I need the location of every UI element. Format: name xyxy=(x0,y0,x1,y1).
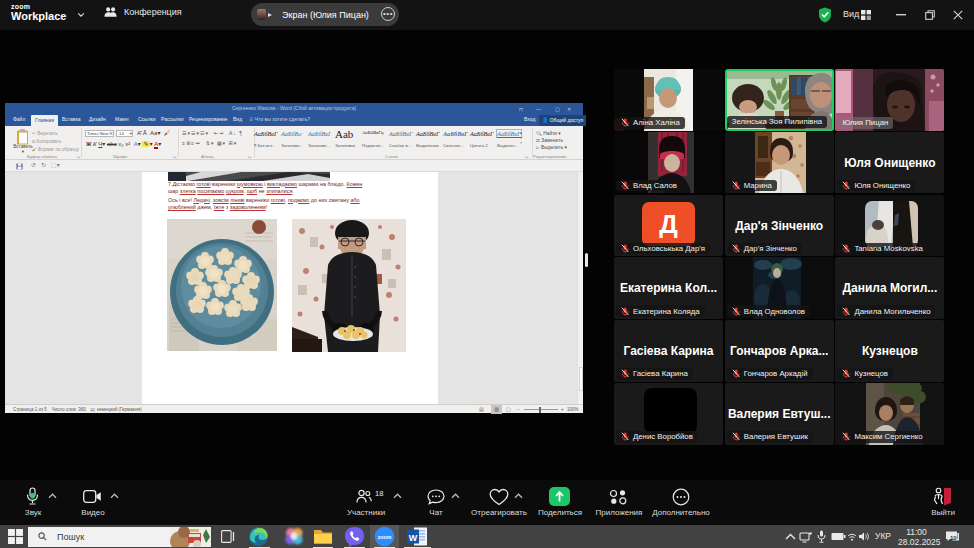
svg-text:zoom: zoom xyxy=(378,534,392,540)
svg-text:W: W xyxy=(409,533,418,543)
